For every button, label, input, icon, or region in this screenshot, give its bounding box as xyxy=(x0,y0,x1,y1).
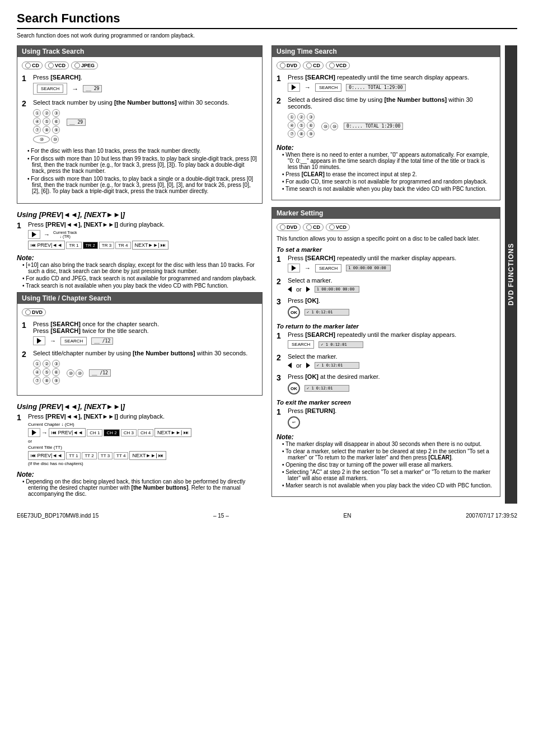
disc-cd-ts: CD xyxy=(303,62,324,69)
return-button[interactable]: ↩ xyxy=(288,416,300,429)
dvd-functions-label: DVD FUNCTIONS xyxy=(505,45,517,504)
page-title: Search Functions xyxy=(17,11,517,29)
exit-marker-header: To exit the marker screen xyxy=(277,399,495,406)
time-search-discs: DVD CD VCD xyxy=(277,62,495,69)
ts-display-1: 0:.... TOTAL 1:29:00 xyxy=(346,84,405,91)
page-bottom: E6E73UD_BDP170MW8.indd 15 – 15 – EN 2007… xyxy=(17,513,517,519)
prev-next-section-1: Using [PREV|◄◄], [NEXT►►|] 1 Press [PREV… xyxy=(17,210,263,289)
return-marker-header: To return to the marker later xyxy=(277,323,495,330)
ts-play-icon xyxy=(292,84,296,90)
search-device-1: SEARCH xyxy=(33,83,67,95)
time-search-section: Using Time Search DVD CD VCD 1 Press [SE… xyxy=(271,45,500,200)
subtitle: Search function does not work during pro… xyxy=(17,32,517,39)
marker-display-5: ✓ 1 0:12:01 xyxy=(315,362,359,369)
prev-next-step1: 1 Press [PREV|◄◄], [NEXT►►|] during play… xyxy=(17,221,263,250)
return-marker-step1: 1 Press [SEARCH] repeatedly until the ma… xyxy=(277,331,495,349)
page-number: – 15 – xyxy=(213,513,229,519)
display-4: __ /12 xyxy=(89,369,111,377)
set-marker-step1: 1 Press [SEARCH] repeatedly until the ma… xyxy=(277,255,495,273)
left-column: Using Track Search CD VCD JPEG 1 Press [… xyxy=(17,45,263,504)
next-btn-1[interactable]: NEXT►►| ⏭ xyxy=(132,241,169,250)
disc-cd: CD xyxy=(22,62,43,69)
ts-display-2: 0:.... TOTAL 1:29:00 xyxy=(344,123,403,130)
right-column: Using Time Search DVD CD VCD 1 Press [SE… xyxy=(271,45,517,504)
marker-display-1: 1 00:00:00 00:00 xyxy=(346,265,391,271)
search-btn-2: SEARCH xyxy=(60,337,87,345)
display-2: __ 29 xyxy=(67,119,86,126)
marker-setting-header: Marker Setting xyxy=(272,208,500,219)
track-search-step2: 2 Select track number by using [the Numb… xyxy=(22,99,257,143)
title-chapter-step1: 1 Press [SEARCH] once for the chapter se… xyxy=(22,321,257,345)
ok-button-1[interactable]: OK xyxy=(288,306,300,318)
no-chapters-note: (If the disc has no chapters) xyxy=(28,461,263,466)
num-grid-1: ① ② ③ ④ ⑤ ⑥ ⑦ ⑧ ⑨ xyxy=(33,109,61,134)
display-1: __ 29 xyxy=(83,85,102,92)
arrow-1: → xyxy=(72,85,78,93)
prev-next-section-2: Using [PREV|◄◄], [NEXT►►|] 1 Press [PREV… xyxy=(17,402,263,497)
time-search-step1: 1 Press [SEARCH] repeatedly until the ti… xyxy=(277,74,495,92)
play-icon-2 xyxy=(37,338,41,344)
exit-marker-step1: 1 Press [RETURN]. ↩ xyxy=(277,407,495,429)
marker-display-6: ✓ 1 0:12:01 xyxy=(305,385,349,392)
display-3: __ /12 xyxy=(91,337,113,345)
ok-button-2[interactable]: OK xyxy=(288,382,300,395)
right-arrow-1 xyxy=(306,287,310,292)
left-arrow-1 xyxy=(288,287,292,292)
step1-text: Press [SEARCH]. xyxy=(33,74,82,81)
prev-next-header-1: Using [PREV|◄◄], [NEXT►►|] xyxy=(17,210,263,219)
set-marker-step3: 3 Press [OK]. OK ✓ 1 0:12:01 xyxy=(277,297,495,318)
note-box-1: Note: [+10] can also bring the track sea… xyxy=(17,254,263,289)
disc-vcd-ts: VCD xyxy=(326,62,350,69)
title-chapter-step2: 2 Select title/chapter number by using [… xyxy=(22,350,257,386)
en-label: EN xyxy=(344,513,352,519)
track-search-step1: 1 Press [SEARCH]. SEARCH → __ 29 xyxy=(22,74,257,95)
title-chapter-header: Using Title / Chapter Search xyxy=(17,293,262,304)
marker-discs: DVD CD VCD xyxy=(277,223,495,231)
track-search-section: Using Track Search CD VCD JPEG 1 Press [… xyxy=(17,45,263,204)
title-chapter-discs: DVD xyxy=(22,308,257,316)
play-icon-1 xyxy=(32,232,36,237)
marker-display-4: ✓ 1 0:12:01 xyxy=(318,341,363,348)
marker-display-2: 1 00:00:00 00:00 xyxy=(315,286,359,293)
note-box-2: Note: Depending on the disc being played… xyxy=(17,471,263,497)
prev-btn-1[interactable]: ⏮ PREV|◄◄ xyxy=(28,241,65,250)
date-info: 2007/07/17 17:39:52 xyxy=(466,513,517,519)
disc-vcd: VCD xyxy=(45,62,69,69)
disc-dvd-ts: DVD xyxy=(277,62,301,69)
marker-description: This function allows you to assign a spe… xyxy=(277,236,495,242)
step2-text: Select track number by using [the Number… xyxy=(33,99,229,106)
time-search-note: Note: When there is no need to enter a n… xyxy=(277,144,495,192)
marker-setting-section: Marker Setting DVD CD VCD This function … xyxy=(271,207,500,497)
title-chapter-section: Using Title / Chapter Search DVD 1 Press… xyxy=(17,292,263,396)
file-info: E6E73UD_BDP170MW8.indd 15 xyxy=(17,513,99,519)
track-search-discs: CD VCD JPEG xyxy=(22,62,257,69)
marker-note: Note: The marker display will disappear … xyxy=(277,433,495,489)
search-button-1: SEARCH xyxy=(37,84,63,93)
track-search-header: Using Track Search xyxy=(17,46,262,57)
track-nav-row: ⏮ PREV|◄◄ TR 1 TR 2 TR 3 TR 4 NEXT►►| ⏭ xyxy=(28,241,263,250)
return-marker-step2: 2 Select the marker. or ✓ 1 0:12:01 xyxy=(277,353,495,369)
set-marker-header: To set a marker xyxy=(277,246,495,253)
play-device-1 xyxy=(28,230,40,239)
disc-dvd: DVD xyxy=(22,308,46,316)
right-arrow-2 xyxy=(306,363,310,368)
ts-search-btn: SEARCH xyxy=(315,83,341,92)
track-search-bullets: For the disc with less than 10 tracks, p… xyxy=(22,148,257,194)
play-device-2 xyxy=(33,336,45,345)
time-search-header: Using Time Search xyxy=(272,46,500,57)
disc-jpeg: JPEG xyxy=(71,62,98,69)
time-search-step2: 2 Select a desired disc time by using [t… xyxy=(277,96,495,139)
set-marker-step2: 2 Select a marker. or 1 00:00:00 00:00 xyxy=(277,277,495,293)
left-arrow-2 xyxy=(288,363,292,368)
return-marker-step3: 3 Press [OK] at the desired marker. OK ✓… xyxy=(277,373,495,395)
marker-display-3: ✓ 1 0:12:01 xyxy=(305,309,349,316)
ts-play-device xyxy=(288,83,300,92)
